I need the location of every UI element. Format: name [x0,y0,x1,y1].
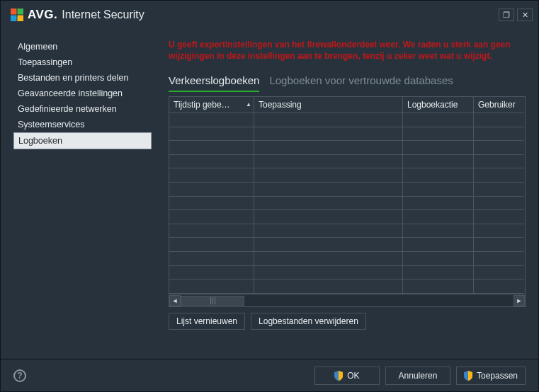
scroll-left-icon[interactable]: ◄ [169,295,181,306]
footer-buttons: OK Annuleren Toepassen [314,367,526,385]
table-row [169,279,525,294]
col-gebruiker[interactable]: Gebruiker [474,97,523,113]
svg-rect-2 [11,16,17,22]
col-tijdstip-label: Tijdstip gebe… [174,100,230,110]
log-tabs: Verkeerslogboeken Logboeken voor vertrou… [169,74,526,92]
table-row [169,252,525,266]
apply-button[interactable]: Toepassen [456,367,526,385]
brand-logo: AVG. Internet Security [11,8,144,22]
table-row [169,224,525,238]
scroll-track[interactable] [181,295,514,306]
col-toepassing[interactable]: Toepassing [254,97,403,113]
sort-asc-icon: ▲ [246,101,251,108]
table-row [169,266,525,280]
table-row [169,210,525,224]
sidebar-item-systeemservices[interactable]: Systeemservices [13,117,152,132]
table-row [169,113,525,127]
title-bar: AVG. Internet Security ❐ ✕ [1,1,538,29]
table-row [169,183,525,197]
sidebar-item-bestanden-printers[interactable]: Bestanden en printers delen [13,70,152,86]
sidebar-item-gedefinieerde-netwerken[interactable]: Gedefinieerde netwerken [13,101,152,117]
sidebar-nav: Algemeen Toepassingen Bestanden en print… [13,39,152,359]
body-area: Algemeen Toepassingen Bestanden en print… [1,29,538,359]
main-content: U geeft expertinstellingen van het firew… [169,39,526,359]
shield-icon [334,371,343,381]
table-row [169,238,525,252]
table-row [169,155,525,169]
table-row [169,141,525,155]
sidebar-item-toepassingen[interactable]: Toepassingen [13,54,152,70]
sidebar-item-logboeken[interactable]: Logboeken [13,132,152,149]
svg-rect-3 [18,16,24,22]
footer-bar: ? OK Annuleren Toepassen [1,359,538,391]
svg-rect-0 [11,8,17,15]
ok-button[interactable]: OK [314,367,380,385]
avg-logo-icon [11,8,23,21]
table-row [169,127,525,142]
ok-button-label: OK [347,371,359,381]
apply-button-label: Toepassen [477,371,518,381]
svg-rect-1 [18,8,24,15]
table-body [169,113,525,294]
shield-icon [464,371,472,381]
tab-verkeerslogboeken[interactable]: Verkeerslogboeken [169,74,259,92]
tab-vertrouwde-databases[interactable]: Logboeken voor vertrouwde databases [269,74,453,92]
log-table: Tijdstip gebe… ▲ Toepassing Logboekactie… [169,96,526,307]
table-row [169,197,525,211]
close-button[interactable]: ✕ [517,8,533,21]
col-tijdstip[interactable]: Tijdstip gebe… ▲ [169,97,254,113]
sidebar-item-geavanceerde[interactable]: Geavanceerde instellingen [13,86,152,101]
sidebar-item-algemeen[interactable]: Algemeen [13,39,152,54]
app-window: AVG. Internet Security ❐ ✕ Algemeen Toep… [0,0,539,392]
scroll-thumb[interactable] [181,296,244,306]
restore-button[interactable]: ❐ [499,8,514,21]
expert-warning: U geeft expertinstellingen van het firew… [169,39,526,62]
brand-text: AVG. [28,8,57,22]
delete-logs-button[interactable]: Logbestanden verwijderen [251,313,366,330]
refresh-list-button[interactable]: Lijst vernieuwen [169,313,245,330]
app-title: Internet Security [62,8,144,21]
col-logboekactie[interactable]: Logboekactie [403,97,474,113]
table-action-buttons: Lijst vernieuwen Logbestanden verwijdere… [169,313,526,330]
cancel-button[interactable]: Annuleren [385,367,450,385]
scroll-right-icon[interactable]: ► [514,295,525,306]
table-row [169,168,525,183]
table-header-row: Tijdstip gebe… ▲ Toepassing Logboekactie… [169,97,525,113]
horizontal-scrollbar[interactable]: ◄ ► [169,294,525,306]
window-controls: ❐ ✕ [499,8,533,21]
help-button[interactable]: ? [13,369,26,382]
